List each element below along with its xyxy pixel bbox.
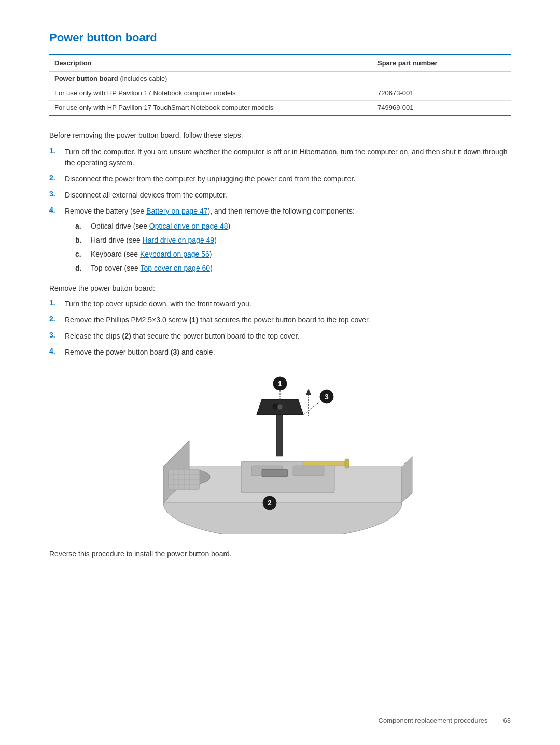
optical-drive-link[interactable]: Optical drive on page 48 [149,222,228,230]
svg-rect-17 [276,415,283,456]
part-name-bold: Power button board [54,75,118,82]
svg-rect-15 [293,466,324,476]
battery-link[interactable]: Battery on page 47 [146,207,207,215]
page-footer: Component replacement procedures 63 [0,716,560,724]
page-title: Power button board [49,31,511,45]
step-number: 1. [49,147,65,155]
sub-step-a: a. Optical drive (see Optical drive on p… [75,221,511,232]
step-text: Release the clips (2) that secure the po… [65,331,511,342]
step-number: 1. [49,299,65,307]
reverse-procedure-text: Reverse this procedure to install the po… [49,550,511,558]
top-cover-link[interactable]: Top cover on page 60 [140,264,210,272]
prereq-steps-list: 1. Turn off the computer. If you are uns… [49,147,511,277]
sub-step-b: b. Hard drive (see Hard drive on page 49… [75,235,511,246]
footer-page-number: 63 [503,716,511,724]
step-text: Turn the top cover upside down, with the… [65,299,511,310]
keyboard-link[interactable]: Keyboard on page 56 [140,250,209,258]
sub-text: Keyboard (see Keyboard on page 56) [91,249,212,260]
assembly-diagram: 1 2 3 [137,368,423,534]
prereq-step-2: 2. Disconnect the power from the compute… [49,174,511,185]
step-number: 3. [49,331,65,339]
svg-text:1: 1 [278,379,282,388]
footer-label: Component replacement procedures [379,716,488,724]
parts-table: Description Spare part number Power butt… [49,54,511,116]
svg-marker-4 [402,456,412,503]
step-text: Remove the power button board (3) and ca… [65,347,511,358]
remove-step-2: 2. Remove the Phillips PM2.5×3.0 screw (… [49,315,511,326]
remove-steps-list: 1. Turn the top cover upside down, with … [49,299,511,358]
table-cell-description: For use only with HP Pavilion 17 Noteboo… [49,86,372,101]
step-text: Remove the battery (see Battery on page … [65,206,511,277]
svg-line-32 [303,402,320,415]
step-number: 2. [49,174,65,182]
table-header-spare-part: Spare part number [372,54,511,72]
remove-step-4: 4. Remove the power button board (3) and… [49,347,511,358]
svg-text:3: 3 [325,392,329,401]
table-cell-spare-part: 749969-001 [372,101,511,116]
table-cell-description: For use only with HP Pavilion 17 TouchSm… [49,101,372,116]
sub-step-d: d. Top cover (see Top cover on page 60) [75,263,511,274]
table-cell-spare-part: 720673-001 [372,86,511,101]
step-number: 4. [49,206,65,214]
sub-label: a. [75,221,91,232]
sub-label: b. [75,235,91,246]
table-cell-description: Power button board (includes cable) [49,72,372,86]
sub-step-c: c. Keyboard (see Keyboard on page 56) [75,249,511,260]
sub-label: c. [75,249,91,260]
prereq-step-3: 3. Disconnect all external devices from … [49,190,511,201]
sub-text: Optical drive (see Optical drive on page… [91,221,230,232]
sub-label: d. [75,263,91,274]
table-row: For use only with HP Pavilion 17 TouchSm… [49,101,511,116]
svg-rect-23 [303,461,345,466]
step-number: 4. [49,347,65,355]
sub-text: Hard drive (see Hard drive on page 49) [91,235,217,246]
remove-step-1: 1. Turn the top cover upside down, with … [49,299,511,310]
remove-section-intro: Remove the power button board: [49,284,511,292]
svg-marker-21 [306,389,311,395]
svg-text:2: 2 [268,499,272,507]
table-row: Power button board (includes cable) [49,72,511,86]
part-name-suffix: (includes cable) [118,75,167,82]
step-text: Disconnect the power from the computer b… [65,174,511,185]
prereq-step-4: 4. Remove the battery (see Battery on pa… [49,206,511,277]
table-cell-spare-part [372,72,511,86]
step-text: Turn off the computer. If you are unsure… [65,147,511,168]
svg-rect-22 [262,469,288,477]
sub-text: Top cover (see Top cover on page 60) [91,263,213,274]
step-number: 2. [49,315,65,323]
diagram-container: 1 2 3 [49,368,511,534]
step-text: Disconnect all external devices from the… [65,190,511,201]
step-number: 3. [49,190,65,198]
remove-step-3: 3. Release the clips (2) that secure the… [49,331,511,342]
intro-text: Before removing the power button board, … [49,131,511,139]
table-header-description: Description [49,54,372,72]
svg-rect-24 [345,459,349,468]
step-text: Remove the Phillips PM2.5×3.0 screw (1) … [65,315,511,326]
sub-steps-list: a. Optical drive (see Optical drive on p… [75,221,511,274]
prereq-step-1: 1. Turn off the computer. If you are uns… [49,147,511,168]
table-row: For use only with HP Pavilion 17 Noteboo… [49,86,511,101]
hard-drive-link[interactable]: Hard drive on page 49 [143,236,215,244]
